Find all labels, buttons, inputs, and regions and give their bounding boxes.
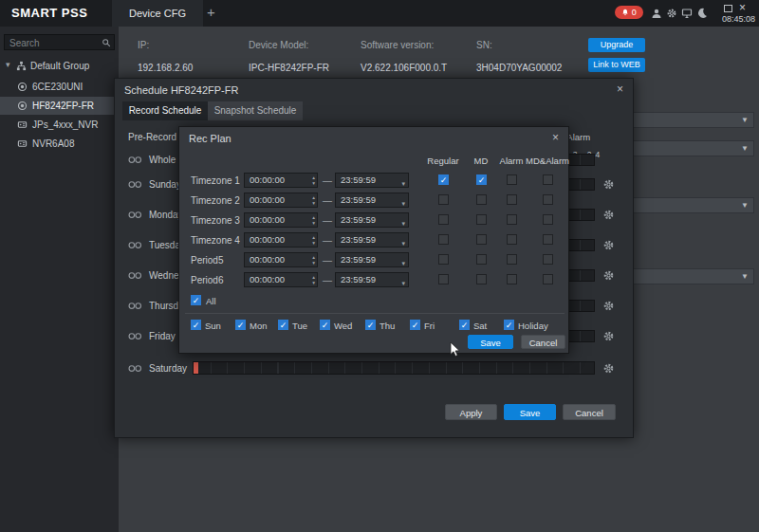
checkbox-md[interactable] xyxy=(476,174,487,185)
checkbox-day-holiday[interactable] xyxy=(504,320,514,330)
spinner-icon[interactable]: ▴▾ xyxy=(312,234,315,246)
spinner-icon[interactable]: ▴▾ xyxy=(312,214,315,226)
checkbox-md-alarm[interactable] xyxy=(543,234,553,245)
tree-device-1-selected[interactable]: HF8242FP-FR xyxy=(0,97,119,115)
gear-icon[interactable] xyxy=(602,269,615,282)
end-time-input[interactable]: 23:59:59▾ xyxy=(335,212,409,228)
end-time-input[interactable]: 23:59:59▾ xyxy=(335,252,409,267)
window-close-button[interactable]: × xyxy=(739,1,746,14)
tree-group-default[interactable]: ▾ Default Group xyxy=(0,57,119,75)
maximize-button[interactable] xyxy=(724,5,732,12)
start-time-input[interactable]: 00:00:00▴▾ xyxy=(244,252,318,267)
link-icon[interactable] xyxy=(128,180,142,189)
new-tab-button[interactable]: + xyxy=(207,4,215,20)
chevron-down-icon[interactable]: ▾ xyxy=(401,217,405,230)
checkbox-regular[interactable] xyxy=(438,234,449,245)
link-icon[interactable] xyxy=(128,332,142,340)
end-time-input[interactable]: 23:59:59▾ xyxy=(335,272,409,287)
cancel-button[interactable]: Cancel xyxy=(563,404,616,420)
save-button[interactable]: Save xyxy=(468,335,513,349)
gear-icon[interactable] xyxy=(602,209,615,221)
close-icon[interactable]: × xyxy=(617,83,623,96)
checkbox-alarm[interactable] xyxy=(507,194,517,205)
link-icon[interactable] xyxy=(128,156,142,164)
close-icon[interactable]: × xyxy=(552,131,559,144)
tab-device-cfg[interactable]: Device CFG xyxy=(112,0,203,27)
checkbox-md[interactable] xyxy=(476,274,487,284)
schedule-timeline[interactable] xyxy=(193,361,595,375)
start-time-input[interactable]: 00:00:00▴▾ xyxy=(244,173,318,188)
tab-snapshot-schedule[interactable]: Snapshot Schedule xyxy=(208,101,303,120)
spinner-icon[interactable]: ▴▾ xyxy=(312,274,315,285)
checkbox-day-sun[interactable] xyxy=(191,320,201,330)
search-box[interactable] xyxy=(4,34,115,50)
chevron-down-icon[interactable]: ▾ xyxy=(6,60,10,69)
checkbox-day-sat[interactable] xyxy=(459,320,470,330)
save-button[interactable]: Save xyxy=(504,404,556,420)
start-time-input[interactable]: 00:00:00▴▾ xyxy=(244,232,318,248)
chevron-down-icon[interactable]: ▾ xyxy=(401,257,405,270)
gear-icon[interactable] xyxy=(602,178,615,191)
checkbox-md-alarm[interactable] xyxy=(543,214,553,225)
search-input[interactable] xyxy=(8,36,101,50)
upgrade-button[interactable]: Upgrade xyxy=(588,38,645,52)
checkbox-day-fri[interactable] xyxy=(410,320,420,330)
link-icon[interactable] xyxy=(128,302,142,310)
start-time-input[interactable]: 00:00:00▴▾ xyxy=(244,212,318,228)
checkbox-regular[interactable] xyxy=(438,274,449,284)
chevron-down-icon[interactable]: ▾ xyxy=(401,197,405,211)
checkbox-regular[interactable] xyxy=(438,214,449,225)
checkbox-md[interactable] xyxy=(476,254,487,265)
checkbox-md-alarm[interactable] xyxy=(543,174,553,185)
checkbox-regular[interactable] xyxy=(438,254,449,265)
gear-icon[interactable] xyxy=(602,330,615,342)
spinner-icon[interactable]: ▴▾ xyxy=(312,194,315,206)
start-time-input[interactable]: 00:00:00▴▾ xyxy=(244,272,318,287)
checkbox-alarm[interactable] xyxy=(507,214,517,225)
link-icon[interactable] xyxy=(128,241,142,249)
end-time-input[interactable]: 23:59:59▾ xyxy=(335,173,409,188)
checkbox-md-alarm[interactable] xyxy=(543,274,553,284)
checkbox-alarm[interactable] xyxy=(507,174,517,185)
chevron-down-icon[interactable]: ▾ xyxy=(401,177,405,191)
link-to-web-button[interactable]: Link to WEB xyxy=(588,58,645,72)
chevron-down-icon[interactable]: ▾ xyxy=(401,237,405,250)
checkbox-md-alarm[interactable] xyxy=(543,254,553,265)
checkbox-md[interactable] xyxy=(476,234,487,245)
checkbox-regular[interactable] xyxy=(438,174,449,185)
user-icon[interactable] xyxy=(651,8,662,19)
checkbox-regular[interactable] xyxy=(438,194,449,205)
link-icon[interactable] xyxy=(128,271,142,280)
gear-icon[interactable] xyxy=(602,300,615,312)
tree-device-0[interactable]: 6CE230UNI xyxy=(0,78,119,96)
checkbox-alarm[interactable] xyxy=(507,254,517,265)
chevron-down-icon[interactable]: ▾ xyxy=(401,277,405,290)
checkbox-md[interactable] xyxy=(476,214,487,225)
tree-device-2[interactable]: JPs_4xxx_NVR xyxy=(0,116,119,134)
checkbox-day-mon[interactable] xyxy=(235,320,246,330)
monitor-icon[interactable] xyxy=(681,8,693,19)
end-time-input[interactable]: 23:59:59▾ xyxy=(335,232,409,248)
alarm-badge[interactable]: 0 xyxy=(615,6,643,19)
link-icon[interactable] xyxy=(128,211,142,219)
checkbox-alarm[interactable] xyxy=(507,234,517,245)
start-time-input[interactable]: 00:00:00▴▾ xyxy=(244,193,318,208)
checkbox-day-thu[interactable] xyxy=(365,320,376,330)
gear-icon[interactable] xyxy=(602,362,615,375)
end-time-input[interactable]: 23:59:59▾ xyxy=(335,193,409,208)
tree-device-3[interactable]: NVR6A08 xyxy=(0,135,119,153)
apply-button[interactable]: Apply xyxy=(445,404,497,420)
gear-icon[interactable] xyxy=(602,239,615,251)
link-icon[interactable] xyxy=(128,364,142,373)
spinner-icon[interactable]: ▴▾ xyxy=(312,254,315,266)
checkbox-all[interactable] xyxy=(191,295,201,305)
checkbox-md-alarm[interactable] xyxy=(543,194,553,205)
checkbox-day-wed[interactable] xyxy=(320,320,330,330)
checkbox-day-tue[interactable] xyxy=(278,320,288,330)
gear-icon[interactable] xyxy=(666,8,677,19)
spinner-icon[interactable]: ▴▾ xyxy=(312,174,315,186)
checkbox-md[interactable] xyxy=(476,194,487,205)
checkbox-alarm[interactable] xyxy=(507,274,517,284)
cancel-button[interactable]: Cancel xyxy=(521,335,565,349)
tab-record-schedule[interactable]: Record Schedule xyxy=(122,101,208,120)
